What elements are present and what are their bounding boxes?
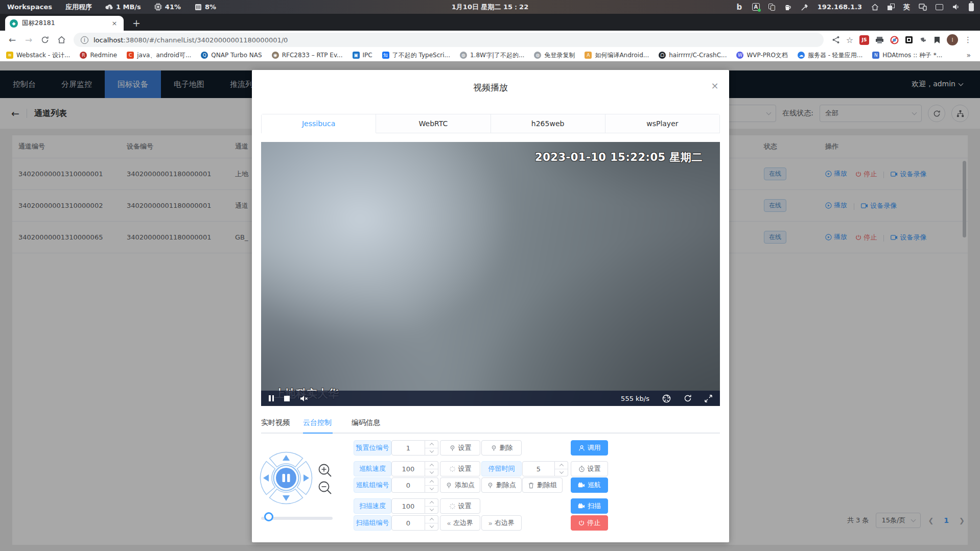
tab-close-icon[interactable]: × <box>110 19 119 28</box>
ip-address[interactable]: 192.168.1.3 <box>818 3 862 11</box>
stay-time-set-button[interactable]: 设置 <box>571 461 608 476</box>
share-icon[interactable] <box>832 36 840 44</box>
dialog-close-icon[interactable]: × <box>709 79 721 91</box>
page-viewport: 控制台 分屏监控 国标设备 电子地图 推流列表 欢迎，admin ← 通道列表 … <box>0 61 980 551</box>
scan-speed-input[interactable] <box>391 498 425 514</box>
caffeine-cup-icon[interactable] <box>784 3 792 11</box>
bookmark-item[interactable]: WWVP-PRO文档 <box>736 51 787 60</box>
ext-dark-reader-icon[interactable] <box>905 36 913 44</box>
browser-menu-icon[interactable]: ⋮ <box>964 35 972 44</box>
snapshot-icon[interactable] <box>662 394 671 403</box>
tab-live-video[interactable]: 实时视频 <box>261 413 290 433</box>
ext-printer-icon[interactable] <box>875 36 884 44</box>
preset-number-input[interactable] <box>391 440 425 456</box>
stop-icon[interactable] <box>284 396 290 401</box>
player-tab-webrtc[interactable]: WebRTC <box>376 114 491 133</box>
delete-group-button[interactable]: 删除组 <box>522 477 563 493</box>
stepper-down-icon[interactable] <box>425 448 438 456</box>
tab-codec-info[interactable]: 编码信息 <box>352 413 380 433</box>
stepper-up-icon[interactable] <box>425 478 438 485</box>
video-canvas[interactable]: 2023-01-10 15:22:05 星期二 上地科实大华 555 kb/s <box>261 142 720 406</box>
bookmark-item[interactable]: ≋Webstack - 设计... <box>6 51 70 60</box>
preset-call-button[interactable]: 调用 <box>571 440 608 456</box>
bookmark-item[interactable]: RRedmine <box>80 52 117 59</box>
refresh-stream-icon[interactable] <box>684 394 692 402</box>
bookmark-item[interactable]: 知了不起的 TypeScri... <box>382 51 450 60</box>
screen-share-icon[interactable] <box>919 3 927 11</box>
bookmark-item[interactable]: ◉RFC2833 – RTP Ev... <box>272 52 343 59</box>
ext-adblock-icon[interactable] <box>890 36 899 44</box>
browser-toolbar: ← → i localhost:38080/#/channelList/3402… <box>0 31 980 49</box>
bookmark-item[interactable]: ◍免登录复制 <box>534 51 575 60</box>
back-button[interactable]: ← <box>5 33 19 47</box>
cruise-speed-set-button[interactable]: 设置 <box>440 461 480 476</box>
display-tray-icon[interactable] <box>936 4 943 10</box>
extensions-puzzle-icon[interactable] <box>919 36 927 44</box>
scan-speed-row: 扫描速度 设置 扫描 <box>252 498 729 514</box>
bookmark-item[interactable]: A如何编译Android... <box>585 51 649 60</box>
translate-tray-icon[interactable]: A <box>752 3 760 11</box>
stay-time-input[interactable] <box>522 461 555 476</box>
ext-flag-icon[interactable] <box>934 36 941 44</box>
cruise-speed-input[interactable] <box>391 461 425 476</box>
tab-ptz-control[interactable]: 云台控制 <box>303 413 332 433</box>
delete-point-button[interactable]: 删除点 <box>481 477 522 493</box>
player-tab-jessibuca[interactable]: Jessibuca <box>262 114 376 133</box>
bookmark-item[interactable]: ▣IPC <box>353 52 372 59</box>
home-tray-icon[interactable] <box>871 3 879 11</box>
pause-icon[interactable] <box>269 395 274 401</box>
cruise-button[interactable]: 巡航 <box>571 477 608 493</box>
bookmark-item[interactable]: Cjava、android可... <box>127 51 191 60</box>
mute-icon[interactable] <box>300 395 308 402</box>
reload-button[interactable] <box>38 33 52 47</box>
ptz-stop-button[interactable]: 停止 <box>571 515 608 531</box>
stepper-up-icon[interactable] <box>555 462 568 469</box>
fullscreen-icon[interactable] <box>705 395 712 402</box>
scan-speed-set-button[interactable]: 设置 <box>440 498 480 514</box>
volume-tray-icon[interactable] <box>952 3 960 11</box>
preset-delete-button[interactable]: 删除 <box>481 440 522 456</box>
stepper-down-icon[interactable] <box>425 485 438 493</box>
player-tab-wsplayer[interactable]: wsPlayer <box>605 114 719 133</box>
left-boundary-button[interactable]: « 左边界 <box>440 515 480 531</box>
right-boundary-button[interactable]: » 右边界 <box>481 515 522 531</box>
window-switcher-icon[interactable] <box>888 4 895 10</box>
scan-button[interactable]: 扫描 <box>571 498 608 514</box>
home-button[interactable] <box>54 33 68 47</box>
folder-icon: ▣ <box>353 52 360 59</box>
bookmark-item[interactable]: ◍1.8W字|了不起的... <box>460 51 524 60</box>
cruise-group-input[interactable] <box>391 477 425 493</box>
stepper-up-icon[interactable] <box>425 441 438 448</box>
stepper-up-icon[interactable] <box>425 462 438 469</box>
ext-json-viewer-icon[interactable]: JS <box>859 35 869 45</box>
cruise-speed-row: 巡航速度 设置 停留时间 设置 <box>252 461 729 476</box>
bookmark-item[interactable]: ☁服务器 - 轻量应用... <box>798 51 862 60</box>
forward-button[interactable]: → <box>21 33 36 47</box>
site-info-icon[interactable]: i <box>81 36 88 44</box>
stepper-down-icon[interactable] <box>555 469 568 476</box>
stepper-up-icon[interactable] <box>425 516 438 523</box>
bookmark-item[interactable]: NHDAtmos :: 种子 *... <box>872 51 942 60</box>
input-method-indicator[interactable]: 英 <box>903 3 910 12</box>
video-play-dialog: 视频播放 × Jessibuca WebRTC h265web wsPlayer… <box>252 70 729 542</box>
bing-tray-icon[interactable]: b <box>735 3 743 11</box>
scan-group-input[interactable] <box>391 515 425 531</box>
bookmark-item[interactable]: ᗝhairrrrr/C-CrashC... <box>659 52 727 59</box>
address-bar[interactable]: i localhost:38080/#/channelList/34020000… <box>74 33 824 47</box>
player-tab-h265web[interactable]: h265web <box>491 114 605 133</box>
clipboard-tray-icon[interactable] <box>768 4 775 11</box>
add-point-button[interactable]: 添加点 <box>440 477 480 493</box>
stepper-down-icon[interactable] <box>425 523 438 531</box>
profile-avatar[interactable]: l <box>947 34 958 45</box>
new-tab-button[interactable]: + <box>130 16 143 30</box>
chevrons-left-icon: « <box>447 519 451 527</box>
stepper-down-icon[interactable] <box>425 506 438 514</box>
stepper-down-icon[interactable] <box>425 469 438 476</box>
preset-set-button[interactable]: 设置 <box>440 440 480 456</box>
stepper-up-icon[interactable] <box>425 499 438 506</box>
browser-tab[interactable]: ◆ 国标28181 × <box>5 16 124 31</box>
bookmarks-overflow-chevron[interactable]: » <box>966 51 974 59</box>
color-picker-tray-icon[interactable] <box>801 3 809 11</box>
bookmark-star-icon[interactable]: ☆ <box>846 35 853 45</box>
bookmark-item[interactable]: QQNAP Turbo NAS <box>201 52 262 59</box>
